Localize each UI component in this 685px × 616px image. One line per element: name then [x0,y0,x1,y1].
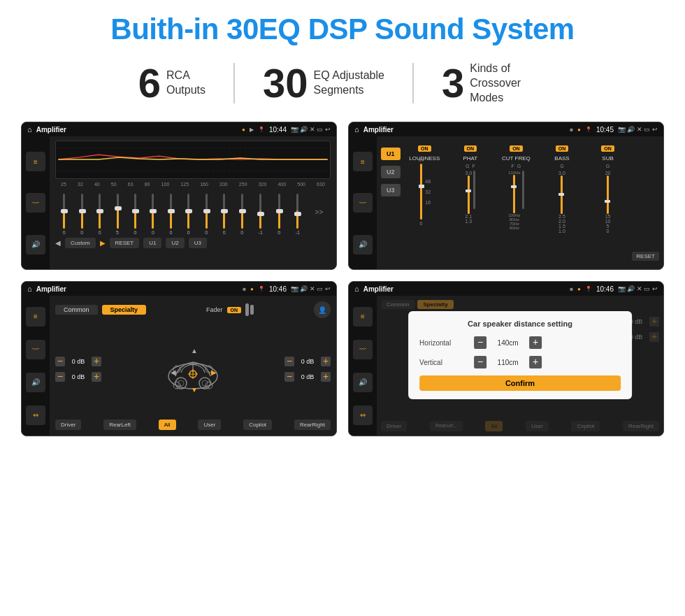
eq-play-btn[interactable]: ▶ [100,239,106,247]
appname-4: Amplifier [363,285,566,293]
more-icon[interactable]: >> [315,208,324,216]
right-plus-1[interactable]: + [321,357,331,366]
fader-tune-btn[interactable]: ≡ [26,307,45,327]
cutfreq-on[interactable]: ON [510,145,523,152]
eq-vol-btn[interactable]: 🔊 [26,235,45,255]
dialog-wave-btn[interactable]: 〰 [353,340,373,359]
dialog-vol-btn[interactable]: 🔊 [353,373,373,392]
person-icon[interactable]: 👤 [314,301,331,318]
svg-text:▶: ▶ [211,368,217,376]
cross-tune-btn[interactable]: ≡ [353,152,373,171]
fader-driver-btn[interactable]: Driver [55,420,81,430]
eq-slider-10[interactable]: 0 [223,194,226,235]
dialog-extra-btn[interactable]: ⇔ [353,406,373,425]
fader-rearright-btn[interactable]: RearRight [294,420,331,430]
left-vol-controls: − 0 dB + − 0 dB + [55,322,101,415]
stat-rca-label: RCAOutputs [166,69,206,98]
phat-on[interactable]: ON [464,145,477,152]
eq-side-controls: ≡ 〰 🔊 [22,136,50,269]
eq-tune-btn[interactable]: ≡ [26,152,45,171]
left-minus-1[interactable]: − [55,357,65,366]
eq-slider-9[interactable]: 0 [205,194,208,235]
fader-copilot-btn[interactable]: Copilot [243,420,272,430]
pin-icon-3: 📍 [258,286,265,292]
eq-slider-12[interactable]: -1 [259,194,263,235]
right-val-2: 0 dB [297,373,318,380]
ch-bass: ON BASS G 3.0 2.5 2.0 1.5 [540,141,584,265]
eq-slider-2[interactable]: 0 [80,194,83,235]
eq-slider-7[interactable]: 0 [169,194,172,235]
eq-slider-13[interactable]: 0 [277,194,280,235]
mini-slider-2[interactable] [250,305,254,315]
home-icon-1[interactable]: ⌂ [27,125,32,134]
bass-on[interactable]: ON [556,145,569,152]
fader-wave-btn[interactable]: 〰 [26,340,45,359]
loudness-slider[interactable]: 64 0 483216 [403,164,447,220]
statusbar-2: ⌂ Amplifier ■ ● 📍 10:45 📷 🔊 ✕ ▭ ↩ [349,122,663,136]
right-minus-2[interactable]: − [284,372,294,382]
statusbar-icons-1: 📷 🔊 ✕ ▭ ↩ [291,126,331,133]
cross-u3-btn[interactable]: U3 [381,184,401,196]
fader-tab-common[interactable]: Common [55,305,98,315]
right-val-1: 0 dB [297,358,318,365]
time-1: 10:44 [269,126,287,134]
rec-dot-4: ■ [570,286,573,292]
eq-reset-btn[interactable]: RESET [110,238,140,248]
left-minus-2[interactable]: − [55,372,65,382]
fader-extra-btn[interactable]: ⇔ [26,406,45,425]
cross-u2-btn[interactable]: U2 [381,166,401,178]
vertical-minus-btn[interactable]: − [474,356,486,368]
eq-slider-3[interactable]: 0 [99,194,101,235]
eq-prev-btn[interactable]: ◀ [55,239,61,247]
right-plus-2[interactable]: + [321,372,331,382]
horizontal-plus-btn[interactable]: + [529,336,542,349]
home-icon-2[interactable]: ⌂ [354,125,359,134]
cross-vol-btn[interactable]: 🔊 [353,235,373,255]
eq-slider-14[interactable]: -1 [296,194,300,235]
horizontal-minus-btn[interactable]: − [474,336,486,349]
dbg-plus-2: + [649,332,659,342]
cross-wave-btn[interactable]: 〰 [353,193,373,213]
confirm-button[interactable]: Confirm [419,375,621,391]
fader-vol-btn[interactable]: 🔊 [26,373,45,392]
vertical-plus-btn[interactable]: + [529,356,542,368]
dialog-tune-btn[interactable]: ≡ [353,307,373,327]
sub-on[interactable]: ON [601,145,614,152]
eq-slider-1[interactable]: 0 [63,194,66,235]
eq-slider-6[interactable]: 0 [152,194,154,235]
eq-preset-custom[interactable]: Custom [65,238,96,248]
time-4: 10:46 [596,285,614,293]
fader-all-btn[interactable]: All [159,420,176,430]
left-plus-2[interactable]: + [92,372,101,382]
screenshots-grid: ⌂ Amplifier ● ▶ 📍 10:44 📷 🔊 ✕ ▭ ↩ ≡ 〰 🔊 [21,122,664,436]
eq-slider-5[interactable]: 0 [134,194,137,235]
eq-u1-btn[interactable]: U1 [143,238,161,248]
loudness-on[interactable]: ON [418,145,431,152]
home-icon-3[interactable]: ⌂ [27,285,32,293]
left-plus-1[interactable]: + [92,357,101,366]
stat-crossover-label: Kinds ofCrossover Modes [470,62,547,105]
record-dot-2: ● [577,127,581,133]
eq-slider-8[interactable]: 0 [187,194,190,235]
dialog-horizontal-row: Horizontal − 140cm + [419,336,621,349]
fader-user-btn[interactable]: User [198,420,221,430]
right-minus-1[interactable]: − [284,357,294,366]
dbg-all: All [485,421,503,431]
page-title: Buith-in 30EQ DSP Sound System [21,13,664,46]
fader-tab-specialty[interactable]: Specialty [102,305,147,315]
eq-slider-11[interactable]: 0 [240,194,243,235]
eq-wave-btn[interactable]: 〰 [26,193,45,213]
cross-side-controls: ≡ 〰 🔊 [349,136,377,269]
car-svg: ◀ ▶ ▲ ▼ [161,345,224,394]
home-icon-4[interactable]: ⌂ [354,285,359,293]
eq-main-area: 253240506380 100125160200250320 40050063… [50,136,336,269]
mini-slider-1[interactable] [245,303,249,316]
fader-rearleft-btn[interactable]: RearLeft [103,420,136,430]
cross-u1-btn[interactable]: U1 [381,148,401,160]
cross-reset-btn[interactable]: RESET [632,252,659,261]
crossover-screen-content: ≡ 〰 🔊 U1 U2 U3 ON [349,136,663,269]
eq-u2-btn[interactable]: U2 [166,238,184,248]
fader-on-badge[interactable]: ON [227,307,242,313]
eq-slider-4[interactable]: 5 [116,194,119,235]
eq-u3-btn[interactable]: U3 [189,238,207,248]
